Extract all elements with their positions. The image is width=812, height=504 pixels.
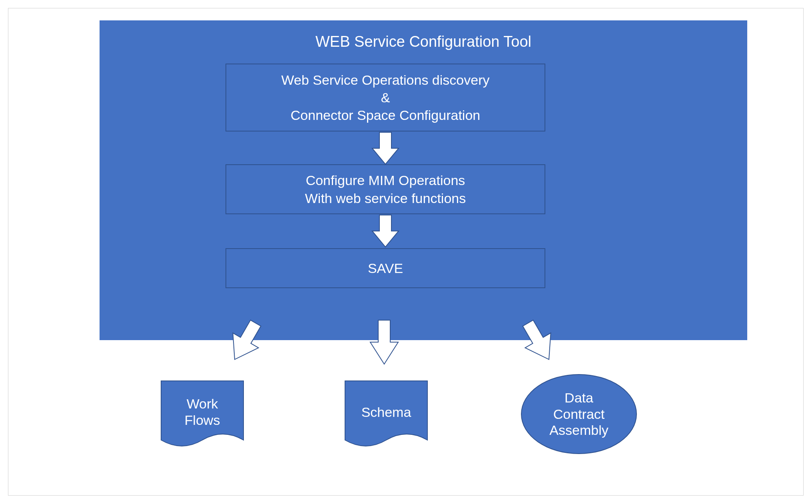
box2-line2: With web service functions <box>305 189 466 207</box>
box1-line1: Web Service Operations discovery <box>281 71 490 89</box>
main-container: WEB Service Configuration Tool Web Servi… <box>100 20 747 340</box>
arrow-down-right-icon <box>517 318 561 366</box>
box-discovery: Web Service Operations discovery & Conne… <box>225 64 545 131</box>
workflows-line1: Work <box>187 396 218 412</box>
arrow-down-icon <box>368 318 400 366</box>
workflows-line2: Flows <box>185 412 220 428</box>
box2-line1: Configure MIM Operations <box>306 171 465 189</box>
output-data-contract: Data Contract Assembly <box>521 374 637 454</box>
box1-line2: & <box>381 89 390 106</box>
box-save: SAVE <box>225 248 545 288</box>
box-configure-mim: Configure MIM Operations With web servic… <box>225 164 545 214</box>
box1-line3: Connector Space Configuration <box>291 106 480 124</box>
schema-line1: Schema <box>361 404 411 420</box>
output-workflows: Work Flows <box>160 384 244 440</box>
arrow-down-left-icon <box>223 318 267 366</box>
arrow-down-icon <box>371 131 399 165</box>
datacontract-line2: Contract <box>553 406 605 422</box>
diagram-title: WEB Service Configuration Tool <box>100 33 747 50</box>
arrow-down-icon <box>371 214 399 248</box>
box3-line1: SAVE <box>368 259 403 277</box>
diagram-frame: WEB Service Configuration Tool Web Servi… <box>8 8 804 496</box>
datacontract-line1: Data <box>565 390 593 406</box>
datacontract-line3: Assembly <box>549 422 608 438</box>
output-schema: Schema <box>344 384 428 440</box>
